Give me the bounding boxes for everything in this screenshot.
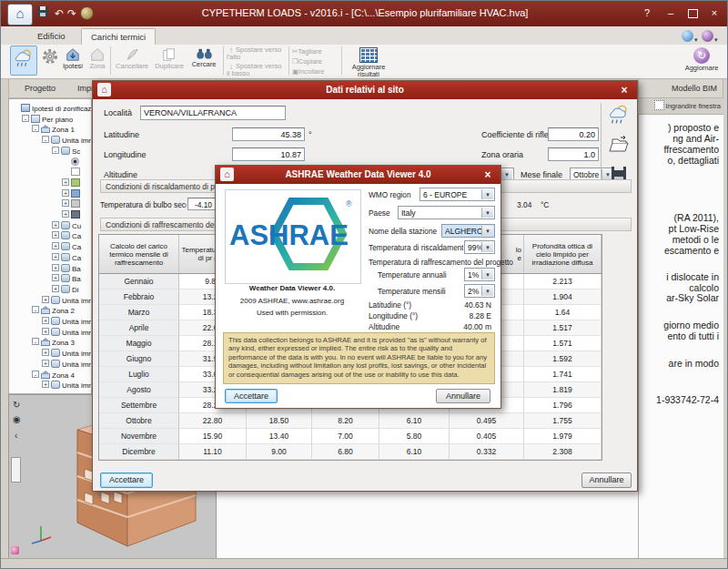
tab-progetto[interactable]: Progetto	[17, 82, 63, 96]
expand-icon[interactable]: +	[42, 317, 49, 324]
cercare-button[interactable]: Cercare	[188, 46, 219, 76]
settings-button[interactable]	[39, 46, 61, 76]
tree-item[interactable]: -Zona 3	[32, 338, 92, 348]
expand-icon[interactable]: +	[52, 221, 59, 229]
aggiornare-risultati-button[interactable]: Aggiornare risultati	[345, 46, 392, 76]
riscaldamento-select[interactable]: 99%	[464, 240, 495, 254]
tree-item[interactable]: -Zona 4	[32, 371, 92, 381]
expand-icon[interactable]: +	[62, 178, 69, 186]
paese-select[interactable]: Italy	[398, 206, 495, 219]
expand-icon[interactable]: +	[62, 189, 69, 197]
save-button[interactable]	[35, 6, 50, 21]
expand-icon[interactable]: +	[52, 274, 59, 281]
tree-item[interactable]: -Sc	[52, 147, 92, 157]
expand-icon[interactable]: +	[42, 349, 49, 356]
table-row[interactable]: Dicembre11.109.006.806.100.3322.308	[99, 444, 602, 460]
tree-item[interactable]: +	[62, 210, 92, 220]
site-dialog-titlebar[interactable]: ⌂ Dati relativi al sito ×	[93, 81, 637, 99]
localita-input[interactable]: VERONA/VILLAFRANCA	[140, 106, 286, 120]
riflessione-input[interactable]: 0.20	[548, 127, 599, 141]
latitudine-input[interactable]: 45.38	[232, 127, 305, 141]
mensili-select[interactable]: 2%	[464, 284, 495, 298]
ashrae-annullare-button[interactable]: Annullare	[436, 389, 490, 403]
open-file-button[interactable]	[608, 136, 630, 157]
spostare-alto-button[interactable]: ↑Spostare verso l'alto	[227, 46, 285, 61]
tree-item[interactable]: +Ca	[52, 253, 92, 263]
tree-item[interactable]: +Unità immobiliare	[42, 328, 92, 338]
help-button[interactable]: ?	[638, 5, 656, 20]
import-weather-button[interactable]	[608, 104, 630, 131]
minimize-button[interactable]: –	[662, 5, 680, 20]
tree-item[interactable]: +	[62, 199, 92, 209]
tree-item[interactable]: -Zona 1	[32, 125, 92, 135]
expand-icon[interactable]: +	[52, 253, 59, 260]
modello-bim-header[interactable]: Modello BIM	[638, 78, 723, 98]
tree-item[interactable]: +Unità immobiliare	[42, 296, 92, 306]
globe-purple-button[interactable]: ▾	[702, 29, 718, 46]
expand-icon[interactable]: +	[42, 296, 49, 303]
collapse-icon[interactable]: -	[52, 147, 59, 154]
site-accettare-button[interactable]: Accettare	[100, 472, 153, 488]
site-annullare-button[interactable]: Annullare	[581, 472, 632, 488]
aggiornare-button[interactable]: ↻ Aggiornare	[680, 46, 723, 76]
collapse-icon[interactable]: -	[32, 306, 39, 313]
tree-item[interactable]: +Ba	[52, 264, 92, 274]
tree-item[interactable]: +Ca	[52, 231, 92, 241]
tree-item[interactable]: -Unità immobiliare	[42, 136, 92, 146]
tagliare-button[interactable]: ✂Tagliare	[292, 46, 338, 56]
stamp-button[interactable]	[79, 6, 94, 21]
tree-item[interactable]: +Unità immobiliare	[42, 317, 92, 327]
copiare-button[interactable]: ❐Copiare	[292, 56, 338, 66]
collapse-icon[interactable]: -	[32, 338, 39, 345]
cancellare-button[interactable]: Cancellare	[114, 46, 150, 76]
tree-item[interactable]: +	[62, 189, 92, 199]
weather-data-button[interactable]	[10, 46, 37, 76]
expand-icon[interactable]: +	[42, 381, 49, 388]
close-icon[interactable]: ×	[480, 166, 495, 184]
collapse-icon[interactable]: -	[22, 115, 29, 122]
tree-item[interactable]	[62, 168, 92, 178]
tree-item[interactable]: Ipotesi di zonificazione	[12, 104, 92, 114]
expand-icon[interactable]: +	[52, 264, 59, 271]
incollare-button[interactable]: ▣Incollare	[292, 66, 338, 76]
tree-item[interactable]: +	[62, 178, 92, 188]
tree-item[interactable]: +Ca	[52, 242, 92, 252]
eye-icon[interactable]: ◉	[13, 415, 21, 424]
tree-item[interactable]	[62, 157, 92, 168]
ashrae-dialog-titlebar[interactable]: ⌂ ASHRAE Weather Data Viewer 4.0 ×	[216, 166, 500, 184]
tab-carichi-termici[interactable]: Carichi termici	[81, 28, 156, 46]
ingrandire-finestra-button[interactable]: Ingrandire finestra	[638, 98, 723, 115]
bulbo-secco-input[interactable]: -4.10	[187, 198, 216, 210]
wmo-select[interactable]: 6 - EUROPE	[420, 188, 495, 201]
tree-item[interactable]: +Unità immobiliare	[42, 349, 92, 359]
close-button[interactable]: ×	[705, 5, 723, 20]
expand-icon[interactable]: +	[52, 285, 59, 292]
longitudine-input[interactable]: 10.87	[232, 147, 305, 161]
spostare-basso-button[interactable]: ↓Spostare verso il basso	[227, 63, 285, 77]
zona-oraria-input[interactable]: 1.0	[548, 147, 599, 161]
tree-item[interactable]: +Unità immobiliare	[42, 381, 92, 391]
ashrae-accettare-button[interactable]: Accettare	[225, 389, 278, 403]
expand-icon[interactable]: +	[52, 242, 59, 249]
ipotesi-button[interactable]: Ipotesi	[61, 46, 85, 76]
tree-item[interactable]: +Unità immobiliare	[42, 360, 92, 370]
orbit-icon[interactable]: ↻	[13, 401, 20, 410]
redo-button[interactable]: ↷	[65, 6, 79, 21]
stazione-select[interactable]: ALGHERO	[441, 224, 495, 238]
table-row[interactable]: Novembre15.9013.407.005.800.4051.979	[99, 429, 602, 444]
maximize-button[interactable]	[683, 5, 702, 20]
collapse-icon[interactable]: -	[32, 371, 39, 378]
annuali-select[interactable]: 1%	[464, 268, 495, 281]
collapse-icon[interactable]: -	[32, 125, 39, 132]
tree-item[interactable]: +Cu	[52, 221, 92, 231]
collapse-icon[interactable]: ‹	[15, 432, 17, 441]
tree-item[interactable]: -Per piano	[22, 115, 92, 125]
globe-blue-button[interactable]: ▾	[682, 29, 698, 46]
zona-button[interactable]: Zona	[86, 46, 108, 76]
expand-icon[interactable]: +	[42, 360, 49, 367]
tree-item[interactable]: -Zona 2	[32, 306, 92, 316]
close-icon[interactable]: ×	[617, 81, 632, 99]
expand-icon[interactable]: +	[62, 199, 69, 207]
expand-icon[interactable]: +	[62, 210, 69, 218]
expand-icon[interactable]: +	[42, 328, 49, 335]
